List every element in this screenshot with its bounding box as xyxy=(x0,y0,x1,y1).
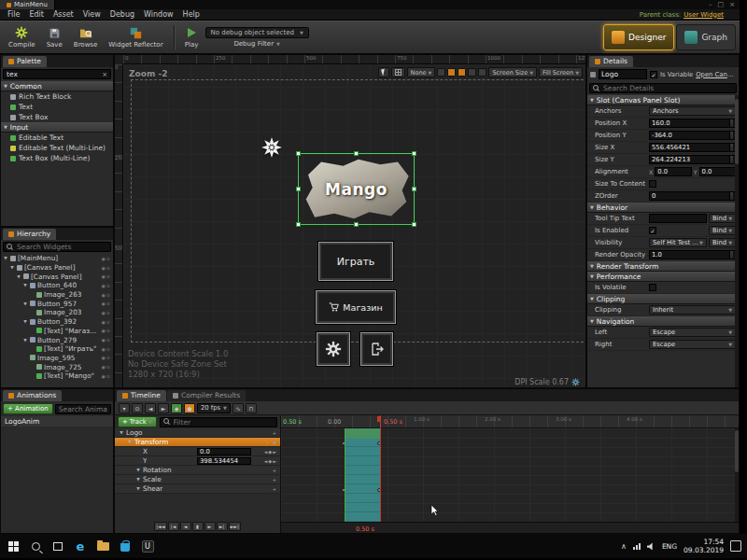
screen-size-dropdown[interactable]: Screen Size▼ xyxy=(488,67,537,77)
section-behavior[interactable]: ▼Behavior xyxy=(587,203,739,213)
palette-search[interactable]: × xyxy=(3,69,111,79)
store-button[interactable] xyxy=(114,536,136,556)
hierarchy-row[interactable]: ▼ [Text] "Играть" ◉⊙ xyxy=(1,344,113,354)
close-button[interactable]: × xyxy=(729,0,735,9)
fps-dropdown[interactable]: 20 fps▼ xyxy=(197,403,231,413)
canvas-play-button[interactable]: Играть xyxy=(318,242,393,281)
menu-item[interactable]: Window xyxy=(139,10,178,19)
task-view-button[interactable] xyxy=(47,536,69,556)
parent-class-link[interactable]: User Widget xyxy=(684,11,724,19)
details-search-input[interactable] xyxy=(603,84,733,92)
keyframe-controls[interactable]: ◄◆► xyxy=(253,458,277,464)
palette-item[interactable]: Text Box (Multi-Line) xyxy=(1,153,113,163)
position-x-input[interactable]: 160.0 xyxy=(649,119,736,128)
playback-start-line[interactable] xyxy=(345,428,345,522)
canvas-settings-button[interactable] xyxy=(317,332,350,366)
menu-item[interactable]: Help xyxy=(178,10,204,19)
maximize-button[interactable]: □ xyxy=(718,0,725,9)
animation-item[interactable]: LogoAnim xyxy=(1,416,113,427)
tab-hierarchy[interactable]: Hierarchy xyxy=(3,229,56,240)
is-volatile-checkbox[interactable] xyxy=(649,284,656,291)
transport-button[interactable]: ► xyxy=(204,522,216,531)
alignment-x-input[interactable]: 0.0 xyxy=(655,167,691,176)
widget-name-input[interactable] xyxy=(599,69,647,79)
palette-item[interactable]: Text xyxy=(1,102,113,112)
expander-icon[interactable]: ▼ xyxy=(16,274,21,279)
timeline-tool-icon[interactable]: ◆ xyxy=(171,403,182,413)
tray-caret-icon[interactable]: ∧ xyxy=(621,542,627,551)
animation-range-band[interactable] xyxy=(345,428,380,522)
resize-handle[interactable] xyxy=(296,187,301,191)
is-enabled-bind-button[interactable]: Bind▼ xyxy=(709,226,736,235)
palette-search-input[interactable] xyxy=(7,70,99,78)
details-search[interactable] xyxy=(589,83,737,93)
outline-toggle-icon[interactable] xyxy=(447,68,456,77)
anchors-dropdown[interactable]: Anchors▼ xyxy=(649,106,736,116)
unreal-app-button[interactable]: U xyxy=(136,536,159,556)
clock[interactable]: 17:54 09.03.2019 xyxy=(684,538,724,554)
details-scrollbar[interactable] xyxy=(735,95,739,387)
visibility-dropdown[interactable]: Self Hit Test Invisible▼ xyxy=(649,238,707,247)
hierarchy-row[interactable]: ▼ [Text] "Магазин" ◉⊙ xyxy=(1,327,113,336)
widget-reflector-button[interactable]: Widget Reflector xyxy=(104,22,167,52)
palette-item[interactable]: Editable Text (Multi-Line) xyxy=(1,143,113,153)
palette-item[interactable]: Text Box xyxy=(1,112,113,122)
size-to-content-checkbox[interactable] xyxy=(649,180,656,188)
respect-locks-icon[interactable] xyxy=(458,68,466,77)
track-row[interactable]: ▼ Transform + ◆ xyxy=(115,438,280,447)
dpi-scale[interactable]: DPI Scale 0.67 xyxy=(514,378,580,386)
add-track-button[interactable]: + Track▼ xyxy=(118,416,157,427)
transport-button[interactable]: ►| xyxy=(217,522,228,531)
resize-handle[interactable] xyxy=(412,187,416,191)
visibility-icon[interactable]: ◉⊙ xyxy=(101,346,111,352)
visibility-icon[interactable]: ◉⊙ xyxy=(101,301,111,306)
spinner[interactable] xyxy=(729,132,733,139)
file-explorer-button[interactable] xyxy=(92,536,114,556)
visibility-icon[interactable]: ◉⊙ xyxy=(101,256,111,261)
add-animation-button[interactable]: + Animation xyxy=(3,403,53,414)
render-opacity-input[interactable]: 1.0 xyxy=(649,250,736,259)
expander-icon[interactable]: ▼ xyxy=(135,486,141,491)
hierarchy-row[interactable]: ▼ [Canvas Panel] ◉⊙ xyxy=(1,263,113,273)
section-slot[interactable]: ▼Slot (Canvas Panel Slot) xyxy=(587,95,739,105)
expander-icon[interactable]: ▼ xyxy=(22,319,28,324)
hierarchy-row[interactable]: ▼ Button_957 ◉⊙ xyxy=(1,299,113,308)
clipping-dropdown[interactable]: Inherit▼ xyxy=(649,305,736,315)
logo-image[interactable]: Mango xyxy=(302,157,411,221)
menu-item[interactable]: Asset xyxy=(49,10,78,19)
canvas-shop-button[interactable]: Магазин xyxy=(316,290,396,324)
palette-section-common[interactable]: ▼Common xyxy=(1,81,113,91)
tab-compiler-results[interactable]: Compiler Results xyxy=(167,390,246,401)
timeline-grid-area[interactable]: 0.50 s 0.00 0.50 s 1.00 s2.00 s3.00 s4.0… xyxy=(281,415,739,533)
visibility-icon[interactable]: ◉⊙ xyxy=(101,364,111,370)
time-ruler[interactable]: 0.50 s 0.00 0.50 s 1.00 s2.00 s3.00 s4.0… xyxy=(281,415,739,428)
compile-button[interactable]: Compile xyxy=(4,22,40,52)
position-y-input[interactable]: -364.0 xyxy=(649,131,736,140)
start-button[interactable] xyxy=(2,536,24,556)
localization-preview-icon[interactable] xyxy=(468,68,476,77)
clear-search-icon[interactable]: × xyxy=(102,71,107,78)
logo-selection[interactable]: Mango xyxy=(298,153,415,225)
timeline-tool-icon[interactable]: ◄ xyxy=(145,403,156,413)
designer-viewport[interactable]: 025050075010001250 0250500 Zoom -2 None▼ xyxy=(114,54,586,388)
spinner[interactable] xyxy=(729,156,733,163)
visibility-icon[interactable]: ◉⊙ xyxy=(101,273,111,279)
hierarchy-search-input[interactable] xyxy=(17,243,107,251)
canvas-exit-button[interactable] xyxy=(360,332,393,366)
resize-handle[interactable] xyxy=(354,222,359,227)
track-row[interactable]: ▼ Shear + xyxy=(115,484,280,494)
network-icon[interactable] xyxy=(633,543,641,550)
animations-search-input[interactable] xyxy=(59,405,107,413)
curve-editor-icon[interactable]: ∿ xyxy=(233,403,244,413)
tab-palette[interactable]: Palette xyxy=(3,56,47,67)
tooltip-bind-button[interactable]: Bind▼ xyxy=(709,214,736,223)
snap-toggle-icon[interactable]: ⊓ xyxy=(246,403,257,413)
menu-item[interactable]: View xyxy=(78,10,106,19)
section-render-transform[interactable]: ▼Render Transform xyxy=(587,261,739,272)
visibility-bind-button[interactable]: Bind▼ xyxy=(709,238,736,247)
canvas-area[interactable]: Zoom -2 None▼ Screen Size▼ Fill Screen▼ xyxy=(123,64,585,387)
hierarchy-row[interactable]: ▼ Button_392 ◉⊙ xyxy=(1,317,113,327)
language-indicator[interactable]: ENG xyxy=(662,542,677,551)
resize-handle[interactable] xyxy=(354,151,359,156)
open-canvas-link[interactable]: Open CanvasPanel xyxy=(696,71,736,78)
